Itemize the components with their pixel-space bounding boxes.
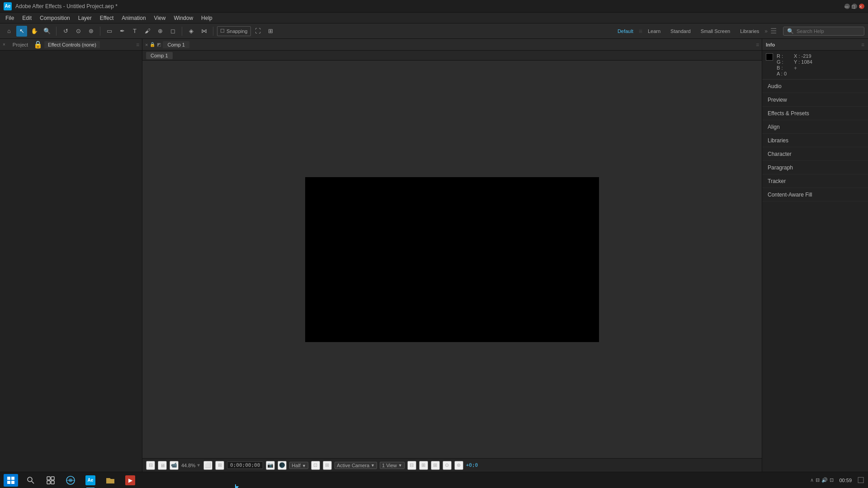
zoom-tool[interactable]: 🔍: [42, 26, 52, 37]
workspace-menu-icon[interactable]: ☰: [770, 27, 777, 35]
close-button[interactable]: ×: [859, 4, 864, 9]
info-rgba: R : G : B : A : 0: [777, 53, 787, 76]
section-content-aware-fill[interactable]: Content-Aware Fill: [762, 188, 868, 202]
hand-tool[interactable]: ✋: [29, 26, 40, 37]
notification-icon[interactable]: ☐: [857, 475, 864, 485]
menu-animation[interactable]: Animation: [118, 14, 149, 22]
home-button[interactable]: ⌂: [4, 26, 14, 37]
grid-overlay-btn[interactable]: ⊞: [431, 461, 440, 470]
active-camera-select[interactable]: Active Camera ▼: [335, 462, 377, 469]
window-controls[interactable]: ─ □ ×: [844, 4, 864, 9]
menu-file[interactable]: File: [2, 14, 18, 22]
battery-icon[interactable]: ⊡: [830, 477, 834, 483]
pen-tool[interactable]: ✒: [117, 26, 127, 37]
eraser-tool[interactable]: ◻: [167, 26, 178, 37]
viewer-lock[interactable]: ⊞: [265, 26, 276, 37]
workspace-default[interactable]: Default: [613, 28, 638, 35]
timecode-display[interactable]: 0;00;00;00: [227, 461, 263, 469]
preview-monitor-btn[interactable]: 🖥: [158, 461, 167, 470]
menu-layer[interactable]: Layer: [75, 14, 95, 22]
section-effects-presets[interactable]: Effects & Presets: [762, 107, 868, 120]
show-snapshot-btn[interactable]: 🌑: [278, 461, 287, 470]
snapshot-btn[interactable]: 📷: [266, 461, 275, 470]
menu-help[interactable]: Help: [198, 14, 216, 22]
snapping-checkbox: ☐: [220, 28, 225, 34]
comp-breadcrumb-bar: Comp 1: [142, 51, 762, 61]
workspace-libraries[interactable]: Libraries: [736, 28, 764, 35]
unified-camera-tool[interactable]: ⊛: [85, 26, 96, 37]
minimize-button[interactable]: ─: [844, 4, 850, 9]
rotation-tool[interactable]: ↺: [60, 26, 71, 37]
quality-select[interactable]: Half ▼: [289, 462, 308, 469]
puppet-tool[interactable]: ⋈: [198, 26, 209, 37]
zoom-chevron: ▼: [196, 463, 201, 468]
project-tab[interactable]: Project: [9, 41, 32, 48]
section-audio[interactable]: Audio: [762, 80, 868, 93]
menu-edit[interactable]: Edit: [19, 14, 35, 22]
view-layout-select[interactable]: 1 View ▼: [380, 462, 405, 469]
zoom-display[interactable]: 44.8% ▼: [181, 463, 201, 468]
menu-effect[interactable]: Effect: [96, 14, 117, 22]
menu-composition[interactable]: Composition: [36, 14, 74, 22]
toggle-grid-btn[interactable]: ⊞: [215, 461, 224, 470]
roto-brush-tool[interactable]: ◈: [186, 26, 197, 37]
section-libraries[interactable]: Libraries: [762, 134, 868, 147]
taskbar-clock[interactable]: 00:59: [835, 477, 855, 484]
g-value: G :: [777, 59, 787, 65]
search-help-input[interactable]: [797, 28, 860, 34]
taskbar-chrome[interactable]: [61, 474, 80, 487]
menu-view[interactable]: View: [151, 14, 170, 22]
start-button[interactable]: [4, 474, 18, 487]
workspace-small-screen[interactable]: Small Screen: [696, 28, 735, 35]
reset-exposure-btn[interactable]: ⊛: [454, 461, 463, 470]
color-swatch: [766, 53, 773, 61]
pixel-aspect-btn[interactable]: ⊟: [407, 461, 416, 470]
section-character[interactable]: Character: [762, 147, 868, 161]
section-paragraph[interactable]: Paragraph: [762, 161, 868, 174]
transparent-bg-btn[interactable]: ⊡: [311, 461, 320, 470]
safe-margins-btn[interactable]: ⊞: [419, 461, 428, 470]
playback-bar: ⊟ 🖥 📹 44.8% ▼ ⬜ ⊞ 0;00;00;00 📷 🌑 Half ▼ …: [142, 458, 762, 472]
workspace-more[interactable]: »: [764, 28, 768, 34]
taskbar-explorer[interactable]: [101, 474, 119, 487]
effect-controls-tab[interactable]: Effect Controls (none): [44, 41, 100, 48]
section-tracker[interactable]: Tracker: [762, 174, 868, 188]
taskbar-task-view[interactable]: [42, 474, 60, 487]
menu-window[interactable]: Window: [170, 14, 197, 22]
show-hidden-icons[interactable]: ∧: [810, 477, 814, 483]
workspace-standard[interactable]: Standard: [666, 28, 695, 35]
region-of-interest-btn[interactable]: ⊞: [323, 461, 332, 470]
rectangle-tool[interactable]: ▭: [104, 26, 115, 37]
snapping-toggle[interactable]: ☐ Snapping: [217, 26, 251, 36]
stamp-tool[interactable]: ⊕: [155, 26, 165, 37]
comp-panel-close[interactable]: ×: [145, 42, 148, 47]
taskbar-search[interactable]: [22, 474, 40, 487]
section-preview[interactable]: Preview: [762, 93, 868, 107]
taskbar-media[interactable]: ▶: [121, 474, 139, 487]
network-icon[interactable]: ⊟: [816, 477, 820, 483]
panel-menu-icon[interactable]: ≡: [136, 42, 139, 48]
a-value: A : 0: [777, 71, 787, 76]
comp-panel-menu-icon[interactable]: ≡: [756, 42, 759, 48]
comp-1-tab[interactable]: Comp 1: [163, 41, 189, 48]
section-align[interactable]: Align: [762, 120, 868, 134]
preview-area: [142, 61, 762, 458]
info-panel-menu[interactable]: ≡: [861, 42, 864, 48]
camera-orbit-tool[interactable]: ⊙: [73, 26, 84, 37]
layer-controls-btn[interactable]: ⊙: [443, 461, 452, 470]
main-layout: × Project 🔒 Effect Controls (none) ≡ × 🔒…: [0, 39, 868, 472]
brush-tool[interactable]: 🖌: [142, 26, 153, 37]
fit-to-comp-btn[interactable]: ⬜: [203, 461, 212, 470]
text-tool[interactable]: T: [129, 26, 140, 37]
comp-breadcrumb[interactable]: Comp 1: [146, 52, 173, 59]
frame-capture-btn[interactable]: ⊟: [146, 461, 155, 470]
project-tab-close[interactable]: ×: [3, 42, 5, 47]
preview-video-btn[interactable]: 📹: [170, 461, 179, 470]
maximize-button[interactable]: □: [852, 4, 857, 9]
volume-icon[interactable]: 🔊: [821, 477, 828, 483]
toolbar-sep-3: [182, 27, 182, 36]
selection-tool[interactable]: ↖: [16, 26, 27, 37]
workspace-learn[interactable]: Learn: [643, 28, 665, 35]
snapping-options[interactable]: ⛶: [253, 26, 264, 37]
taskbar-aftereffects[interactable]: Ae: [81, 474, 99, 487]
